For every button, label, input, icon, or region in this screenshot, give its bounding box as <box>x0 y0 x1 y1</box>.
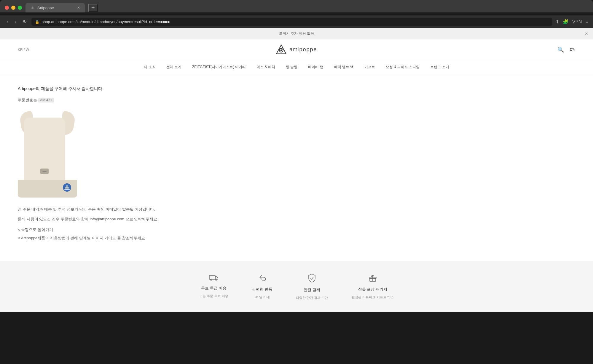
traffic-lights <box>5 6 22 10</box>
truck-icon <box>209 274 219 283</box>
feature-free-shipping: 무료 특급 배송 모든 주문 무료 배송 <box>199 274 228 300</box>
product-image-container <box>18 112 575 198</box>
feature-gift-title: 선물 포장 패키지 <box>358 287 387 292</box>
shield-icon <box>308 274 316 284</box>
main-content: Artipoppe의 제품을 구매해 주셔서 감사합니다. 주문번호는 AM 4… <box>0 74 593 262</box>
nav-item-new[interactable]: 새 소식 <box>144 65 155 70</box>
nav-item-brand[interactable]: 브랜드 소개 <box>430 65 449 70</box>
back-to-shopping-link[interactable]: < 쇼핑으로 돌아가기 <box>18 227 575 232</box>
links-section: < 쇼핑으로 돌아가기 < Artipoppe제품의 사용방법에 관해 단계별 … <box>18 227 575 241</box>
feature-secure-payment: 안전 결제 다양한 안전 결제 수단 <box>296 274 328 300</box>
order-number-label: 주문번호는 <box>18 98 37 102</box>
nav-item-ring[interactable]: 링 슬링 <box>286 65 297 70</box>
feature-shipping-title: 무료 특급 배송 <box>201 286 226 291</box>
site-header: KR / W artipoppe 🔍 🛍 <box>0 39 593 60</box>
banner-close-button[interactable]: ✕ <box>585 31 588 36</box>
svg-rect-8 <box>209 275 215 279</box>
forward-button[interactable]: › <box>13 18 18 26</box>
header-actions: 🔍 🛍 <box>557 46 575 53</box>
svg-point-7 <box>67 188 67 188</box>
order-number-value: AM 471 <box>38 98 54 102</box>
top-banner: 도착시 추가 비용 없음 ✕ <box>0 28 593 39</box>
product-image <box>18 112 77 198</box>
nav-item-all[interactable]: 전체 보기 <box>166 65 181 70</box>
nav-item-mix[interactable]: 믹스 & 매치 <box>256 65 275 70</box>
svg-point-1 <box>32 7 34 9</box>
feature-payment-desc: 다양한 안전 결제 수단 <box>296 296 328 300</box>
tab-favicon <box>30 5 35 10</box>
contact-text: 문의 사항이 있으신 경우 주문번호와 함께 info@artipoppe.co… <box>18 216 575 222</box>
nav-item-zeitgeist[interactable]: ZEITGEIST(자이가이스트) 아기띠 <box>192 65 246 70</box>
feature-gift-packaging: 선물 포장 패키지 한정판 아트워크 기프트 박스 <box>352 274 393 300</box>
return-icon <box>258 274 266 284</box>
svg-point-10 <box>216 279 217 280</box>
menu-icon[interactable]: ≡ <box>586 19 588 25</box>
browser-toolbar: ‹ › ↻ 🔒 shop.artipoppe.com/ko/module/dim… <box>0 15 593 28</box>
nav-item-gift[interactable]: 기프트 <box>364 65 375 70</box>
new-tab-button[interactable]: + <box>88 4 98 12</box>
feature-returns-desc: 28 일 이내 <box>254 295 270 299</box>
feature-returns: 간편한 반품 28 일 이내 <box>252 274 272 300</box>
back-button[interactable]: ‹ <box>5 18 10 26</box>
banner-text: 도착시 추가 비용 없음 <box>279 31 314 36</box>
page-wrapper: 도착시 추가 비용 없음 ✕ KR / W artipoppe 🔍 🛍 새 소식… <box>0 28 593 312</box>
feature-returns-title: 간편한 반품 <box>252 287 272 292</box>
nav-item-magic[interactable]: 매직 벨트 백 <box>334 65 354 70</box>
footer-features: 무료 특급 배송 모든 주문 무료 배송 간편한 반품 28 일 이내 안전 결… <box>0 262 593 312</box>
logo-icon <box>276 44 286 55</box>
lock-icon: 🔒 <box>35 20 39 24</box>
nav-item-baby[interactable]: 베이비 랩 <box>308 65 323 70</box>
logo-text: artipoppe <box>289 46 317 53</box>
thank-you-message: Artipoppe의 제품을 구매해 주셔서 감사합니다. <box>18 86 575 92</box>
order-number-line: 주문번호는 AM 471 <box>18 97 575 103</box>
title-bar: Artipoppe ✕ + <box>5 3 588 12</box>
nav-item-lifestyle[interactable]: 모성 & 라이프 스타일 <box>386 65 420 70</box>
browser-chrome: Artipoppe ✕ + <box>0 0 593 12</box>
close-window-button[interactable] <box>5 6 9 10</box>
carrier-body <box>24 118 65 183</box>
locale-selector[interactable]: KR / W <box>18 48 29 52</box>
cart-icon[interactable]: 🛍 <box>570 46 575 53</box>
browser-tab[interactable]: Artipoppe ✕ <box>25 3 85 12</box>
reload-button[interactable]: ↻ <box>21 18 28 26</box>
feature-payment-title: 안전 결제 <box>304 287 320 293</box>
carrier-logo-badge <box>63 183 71 192</box>
user-guide-link[interactable]: < Artipoppe제품의 사용방법에 관해 단계별 이미지 가이드 를 참조… <box>18 235 575 241</box>
site-logo[interactable]: artipoppe <box>276 44 317 55</box>
address-bar[interactable]: 🔒 shop.artipoppe.com/ko/module/dimadadye… <box>31 18 552 26</box>
url-display: shop.artipoppe.com/ko/module/dimadadyen/… <box>42 20 170 24</box>
feature-shipping-desc: 모든 주문 무료 배송 <box>199 294 228 298</box>
site-nav: 새 소식 전체 보기 ZEITGEIST(자이가이스트) 아기띠 믹스 & 매치… <box>0 60 593 74</box>
maximize-window-button[interactable] <box>18 6 22 10</box>
tab-close-button[interactable]: ✕ <box>77 6 80 10</box>
tab-title-text: Artipoppe <box>37 6 54 10</box>
search-icon[interactable]: 🔍 <box>557 46 564 53</box>
share-icon[interactable]: ⬆ <box>555 19 559 25</box>
extensions-icon[interactable]: 🧩 <box>563 19 569 25</box>
minimize-window-button[interactable] <box>11 6 15 10</box>
gift-icon <box>369 274 377 284</box>
confirmation-text: 곧 주문 내역과 배송 및 추적 정보가 담긴 주문 확인 이메일이 발송될 예… <box>18 206 575 213</box>
header-inner: KR / W artipoppe 🔍 🛍 <box>18 46 575 53</box>
feature-gift-desc: 한정판 아트워크 기프트 박스 <box>352 295 393 299</box>
svg-point-9 <box>211 279 212 280</box>
svg-point-4 <box>280 49 282 51</box>
vpn-icon[interactable]: VPN <box>572 19 582 25</box>
toolbar-actions: ⬆ 🧩 VPN ≡ <box>555 19 588 25</box>
